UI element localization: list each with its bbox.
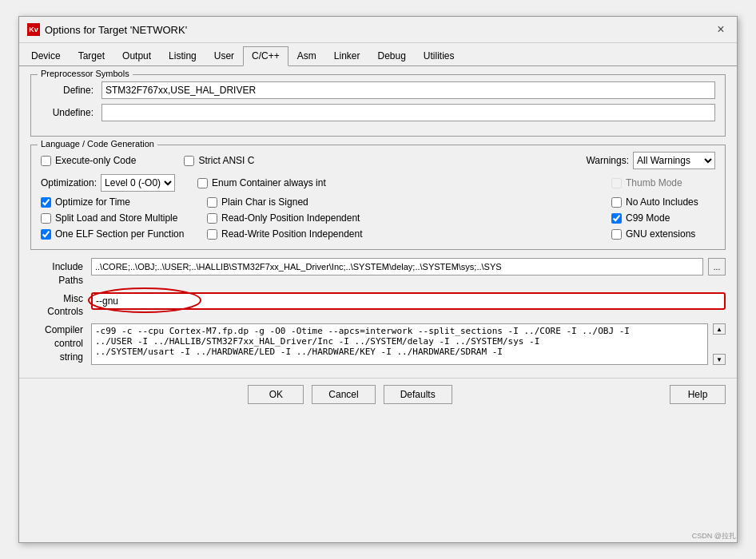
optimize-time-row: Optimize for Time [41, 196, 185, 208]
gnu-extensions-row: GNU extensions [611, 228, 715, 240]
optimization-select[interactable]: Level 0 (-O0) Level 1 (-O1) Level 2 (-O2… [101, 174, 175, 192]
read-only-label: Read-Only Position Independent [221, 212, 360, 224]
c99-mode-row: C99 Mode [611, 212, 715, 224]
options-dialog: Kv Options for Target 'NETWORK' × Device… [18, 16, 738, 543]
enum-container-row: Enum Container always int [197, 177, 326, 188]
defaults-button[interactable]: Defaults [384, 385, 452, 404]
enum-container-checkbox[interactable] [197, 178, 208, 188]
misc-controls-label: MiscControls [30, 292, 86, 319]
c99-mode-checkbox[interactable] [611, 213, 622, 224]
define-row: Define: [41, 81, 715, 99]
thumb-mode-row: Thumb Mode [611, 177, 715, 188]
title-bar-left: Kv Options for Target 'NETWORK' [27, 23, 187, 36]
strict-ansi-checkbox[interactable] [184, 156, 194, 166]
gnu-extensions-checkbox[interactable] [611, 229, 622, 240]
define-input[interactable] [101, 81, 715, 99]
tab-user[interactable]: User [205, 46, 243, 65]
one-elf-label: One ELF Section per Function [55, 228, 184, 240]
language-group: Language / Code Generation Execute-only … [30, 145, 726, 250]
include-paths-browse[interactable]: ... [708, 258, 726, 276]
thumb-mode-checkbox[interactable] [611, 178, 622, 188]
c99-mode-label: C99 Mode [626, 212, 670, 224]
read-only-checkbox[interactable] [207, 213, 217, 224]
compiler-control-textarea[interactable]: -c99 -c --cpu Cortex-M7.fp.dp -g -O0 -Ot… [91, 323, 708, 365]
one-elf-checkbox[interactable] [41, 229, 51, 240]
split-load-row: Split Load and Store Multiple [41, 212, 185, 224]
undefine-row: Undefine: [41, 104, 715, 121]
preprocessor-group-label: Preprocessor Symbols [38, 69, 133, 78]
optimize-time-checkbox[interactable] [41, 197, 51, 208]
tab-listing[interactable]: Listing [160, 46, 205, 65]
scroll-down-arrow[interactable]: ▼ [713, 354, 726, 365]
enum-container-label: Enum Container always int [212, 177, 326, 188]
plain-char-label: Plain Char is Signed [221, 196, 308, 208]
content-area: Preprocessor Symbols Define: Undefine: L… [19, 66, 737, 373]
execute-only-label: Execute-only Code [55, 155, 136, 166]
strict-ansi-label: Strict ANSI C [198, 155, 254, 166]
strict-ansi-row: Strict ANSI C [184, 155, 254, 166]
thumb-mode-label: Thumb Mode [626, 177, 682, 188]
undefine-label: Undefine: [41, 107, 97, 118]
misc-controls-input[interactable] [91, 292, 726, 310]
tab-utilities[interactable]: Utilities [415, 46, 464, 65]
one-elf-row: One ELF Section per Function [41, 228, 185, 240]
plain-char-row: Plain Char is Signed [207, 196, 308, 208]
execute-only-row: Execute-only Code [41, 155, 136, 166]
bottom-bar: OK Cancel Defaults Help [19, 378, 737, 410]
language-group-label: Language / Code Generation [38, 139, 157, 149]
define-label: Define: [41, 85, 97, 96]
app-icon: Kv [27, 23, 40, 36]
gnu-extensions-label: GNU extensions [626, 228, 695, 240]
preprocessor-group: Preprocessor Symbols Define: Undefine: [30, 74, 726, 137]
close-button[interactable]: × [713, 22, 729, 38]
execute-only-checkbox[interactable] [41, 156, 51, 166]
optimization-label: Optimization: [41, 177, 97, 188]
include-paths-input[interactable] [91, 258, 703, 276]
include-paths-row: IncludePaths ... [30, 258, 726, 287]
title-bar: Kv Options for Target 'NETWORK' × [19, 17, 737, 43]
read-only-row: Read-Only Position Independent [207, 212, 360, 224]
cancel-button[interactable]: Cancel [312, 385, 375, 404]
plain-char-checkbox[interactable] [207, 197, 217, 208]
read-write-checkbox[interactable] [207, 229, 217, 240]
dialog-title: Options for Target 'NETWORK' [45, 24, 187, 36]
tab-device[interactable]: Device [22, 46, 70, 65]
watermark: CSDN @拉扎 [692, 531, 736, 541]
include-paths-label: IncludePaths [30, 258, 86, 287]
read-write-row: Read-Write Position Independent [207, 228, 363, 240]
tab-linker[interactable]: Linker [325, 46, 369, 65]
tab-cpp[interactable]: C/C++ [243, 46, 288, 66]
compiler-control-row: Compilercontrolstring -c99 -c --cpu Cort… [30, 323, 726, 365]
help-button[interactable]: Help [670, 385, 726, 404]
warnings-label: Warnings: [586, 155, 629, 166]
compiler-scrollbar: ▲ ▼ [713, 323, 726, 365]
no-auto-includes-checkbox[interactable] [611, 197, 622, 208]
button-group: OK Cancel Defaults [248, 385, 452, 404]
undefine-input[interactable] [101, 104, 715, 121]
compiler-control-label: Compilercontrolstring [30, 323, 86, 363]
warnings-select[interactable]: All Warnings No Warnings MISRA C 2004 [633, 152, 715, 169]
tab-bar: Device Target Output Listing User C/C++ … [19, 43, 737, 66]
tab-asm[interactable]: Asm [288, 46, 325, 65]
split-load-label: Split Load and Store Multiple [55, 212, 177, 224]
tab-debug[interactable]: Debug [368, 46, 414, 65]
scroll-up-arrow[interactable]: ▲ [713, 323, 726, 335]
split-load-checkbox[interactable] [41, 213, 51, 224]
tab-target[interactable]: Target [70, 46, 113, 65]
misc-controls-row: MiscControls [30, 292, 726, 319]
tab-output[interactable]: Output [113, 46, 160, 65]
no-auto-includes-label: No Auto Includes [626, 196, 698, 208]
read-write-label: Read-Write Position Independent [221, 228, 363, 240]
ok-button[interactable]: OK [248, 385, 304, 404]
optimize-time-label: Optimize for Time [55, 196, 130, 208]
no-auto-includes-row: No Auto Includes [611, 196, 715, 208]
